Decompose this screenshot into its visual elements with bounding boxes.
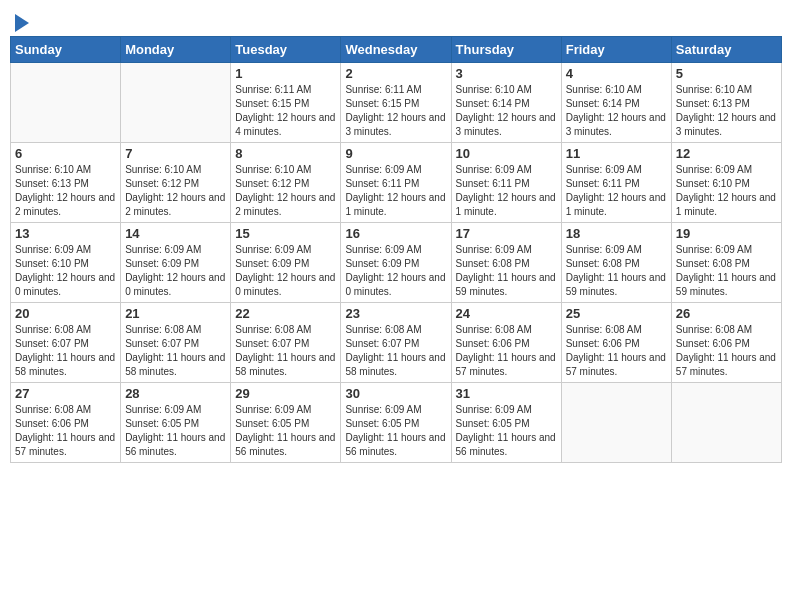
day-number: 7	[125, 146, 226, 161]
calendar-day-cell: 10Sunrise: 6:09 AM Sunset: 6:11 PM Dayli…	[451, 143, 561, 223]
calendar-day-cell: 27Sunrise: 6:08 AM Sunset: 6:06 PM Dayli…	[11, 383, 121, 463]
calendar-week-row: 27Sunrise: 6:08 AM Sunset: 6:06 PM Dayli…	[11, 383, 782, 463]
day-info: Sunrise: 6:08 AM Sunset: 6:06 PM Dayligh…	[456, 323, 557, 379]
day-info: Sunrise: 6:10 AM Sunset: 6:12 PM Dayligh…	[125, 163, 226, 219]
calendar-day-cell: 5Sunrise: 6:10 AM Sunset: 6:13 PM Daylig…	[671, 63, 781, 143]
day-number: 29	[235, 386, 336, 401]
day-info: Sunrise: 6:11 AM Sunset: 6:15 PM Dayligh…	[345, 83, 446, 139]
calendar-day-cell: 7Sunrise: 6:10 AM Sunset: 6:12 PM Daylig…	[121, 143, 231, 223]
day-info: Sunrise: 6:09 AM Sunset: 6:08 PM Dayligh…	[456, 243, 557, 299]
day-number: 12	[676, 146, 777, 161]
calendar-day-cell: 16Sunrise: 6:09 AM Sunset: 6:09 PM Dayli…	[341, 223, 451, 303]
day-of-week-header: Tuesday	[231, 37, 341, 63]
day-number: 10	[456, 146, 557, 161]
calendar-day-cell: 23Sunrise: 6:08 AM Sunset: 6:07 PM Dayli…	[341, 303, 451, 383]
calendar-day-cell: 29Sunrise: 6:09 AM Sunset: 6:05 PM Dayli…	[231, 383, 341, 463]
day-info: Sunrise: 6:08 AM Sunset: 6:06 PM Dayligh…	[15, 403, 116, 459]
calendar-day-cell: 17Sunrise: 6:09 AM Sunset: 6:08 PM Dayli…	[451, 223, 561, 303]
calendar-day-cell: 14Sunrise: 6:09 AM Sunset: 6:09 PM Dayli…	[121, 223, 231, 303]
day-info: Sunrise: 6:09 AM Sunset: 6:10 PM Dayligh…	[15, 243, 116, 299]
day-number: 28	[125, 386, 226, 401]
day-of-week-header: Monday	[121, 37, 231, 63]
calendar-day-cell: 31Sunrise: 6:09 AM Sunset: 6:05 PM Dayli…	[451, 383, 561, 463]
calendar-header-row: SundayMondayTuesdayWednesdayThursdayFrid…	[11, 37, 782, 63]
calendar-day-cell: 4Sunrise: 6:10 AM Sunset: 6:14 PM Daylig…	[561, 63, 671, 143]
day-number: 3	[456, 66, 557, 81]
calendar-day-cell: 15Sunrise: 6:09 AM Sunset: 6:09 PM Dayli…	[231, 223, 341, 303]
day-number: 20	[15, 306, 116, 321]
day-number: 2	[345, 66, 446, 81]
day-number: 16	[345, 226, 446, 241]
calendar-day-cell: 25Sunrise: 6:08 AM Sunset: 6:06 PM Dayli…	[561, 303, 671, 383]
calendar-table: SundayMondayTuesdayWednesdayThursdayFrid…	[10, 36, 782, 463]
calendar-day-cell: 24Sunrise: 6:08 AM Sunset: 6:06 PM Dayli…	[451, 303, 561, 383]
calendar-day-cell	[561, 383, 671, 463]
calendar-day-cell: 21Sunrise: 6:08 AM Sunset: 6:07 PM Dayli…	[121, 303, 231, 383]
day-number: 11	[566, 146, 667, 161]
day-number: 18	[566, 226, 667, 241]
day-info: Sunrise: 6:10 AM Sunset: 6:13 PM Dayligh…	[676, 83, 777, 139]
calendar-week-row: 6Sunrise: 6:10 AM Sunset: 6:13 PM Daylig…	[11, 143, 782, 223]
day-info: Sunrise: 6:09 AM Sunset: 6:05 PM Dayligh…	[235, 403, 336, 459]
day-number: 5	[676, 66, 777, 81]
day-info: Sunrise: 6:08 AM Sunset: 6:07 PM Dayligh…	[15, 323, 116, 379]
calendar-day-cell: 9Sunrise: 6:09 AM Sunset: 6:11 PM Daylig…	[341, 143, 451, 223]
day-info: Sunrise: 6:10 AM Sunset: 6:14 PM Dayligh…	[566, 83, 667, 139]
day-of-week-header: Saturday	[671, 37, 781, 63]
calendar-day-cell: 26Sunrise: 6:08 AM Sunset: 6:06 PM Dayli…	[671, 303, 781, 383]
day-of-week-header: Sunday	[11, 37, 121, 63]
calendar-day-cell: 2Sunrise: 6:11 AM Sunset: 6:15 PM Daylig…	[341, 63, 451, 143]
calendar-week-row: 20Sunrise: 6:08 AM Sunset: 6:07 PM Dayli…	[11, 303, 782, 383]
logo	[10, 10, 29, 28]
day-info: Sunrise: 6:10 AM Sunset: 6:14 PM Dayligh…	[456, 83, 557, 139]
day-number: 23	[345, 306, 446, 321]
day-info: Sunrise: 6:08 AM Sunset: 6:07 PM Dayligh…	[125, 323, 226, 379]
calendar-day-cell: 12Sunrise: 6:09 AM Sunset: 6:10 PM Dayli…	[671, 143, 781, 223]
day-info: Sunrise: 6:10 AM Sunset: 6:12 PM Dayligh…	[235, 163, 336, 219]
day-number: 9	[345, 146, 446, 161]
calendar-day-cell: 28Sunrise: 6:09 AM Sunset: 6:05 PM Dayli…	[121, 383, 231, 463]
day-of-week-header: Wednesday	[341, 37, 451, 63]
day-number: 26	[676, 306, 777, 321]
day-info: Sunrise: 6:10 AM Sunset: 6:13 PM Dayligh…	[15, 163, 116, 219]
day-number: 8	[235, 146, 336, 161]
day-number: 22	[235, 306, 336, 321]
day-of-week-header: Thursday	[451, 37, 561, 63]
day-info: Sunrise: 6:08 AM Sunset: 6:07 PM Dayligh…	[345, 323, 446, 379]
day-info: Sunrise: 6:09 AM Sunset: 6:10 PM Dayligh…	[676, 163, 777, 219]
calendar-day-cell: 3Sunrise: 6:10 AM Sunset: 6:14 PM Daylig…	[451, 63, 561, 143]
calendar-day-cell: 11Sunrise: 6:09 AM Sunset: 6:11 PM Dayli…	[561, 143, 671, 223]
day-info: Sunrise: 6:08 AM Sunset: 6:06 PM Dayligh…	[676, 323, 777, 379]
day-number: 19	[676, 226, 777, 241]
day-number: 30	[345, 386, 446, 401]
day-info: Sunrise: 6:11 AM Sunset: 6:15 PM Dayligh…	[235, 83, 336, 139]
calendar-day-cell: 8Sunrise: 6:10 AM Sunset: 6:12 PM Daylig…	[231, 143, 341, 223]
calendar-day-cell	[121, 63, 231, 143]
day-info: Sunrise: 6:09 AM Sunset: 6:08 PM Dayligh…	[566, 243, 667, 299]
calendar-week-row: 13Sunrise: 6:09 AM Sunset: 6:10 PM Dayli…	[11, 223, 782, 303]
day-number: 25	[566, 306, 667, 321]
day-info: Sunrise: 6:08 AM Sunset: 6:07 PM Dayligh…	[235, 323, 336, 379]
day-info: Sunrise: 6:09 AM Sunset: 6:09 PM Dayligh…	[345, 243, 446, 299]
day-info: Sunrise: 6:09 AM Sunset: 6:09 PM Dayligh…	[125, 243, 226, 299]
calendar-day-cell: 6Sunrise: 6:10 AM Sunset: 6:13 PM Daylig…	[11, 143, 121, 223]
calendar-day-cell: 30Sunrise: 6:09 AM Sunset: 6:05 PM Dayli…	[341, 383, 451, 463]
day-number: 1	[235, 66, 336, 81]
calendar-day-cell: 20Sunrise: 6:08 AM Sunset: 6:07 PM Dayli…	[11, 303, 121, 383]
day-number: 14	[125, 226, 226, 241]
day-number: 17	[456, 226, 557, 241]
day-info: Sunrise: 6:09 AM Sunset: 6:05 PM Dayligh…	[456, 403, 557, 459]
calendar-day-cell: 18Sunrise: 6:09 AM Sunset: 6:08 PM Dayli…	[561, 223, 671, 303]
calendar-day-cell	[671, 383, 781, 463]
day-number: 4	[566, 66, 667, 81]
calendar-day-cell: 22Sunrise: 6:08 AM Sunset: 6:07 PM Dayli…	[231, 303, 341, 383]
day-number: 21	[125, 306, 226, 321]
calendar-day-cell: 13Sunrise: 6:09 AM Sunset: 6:10 PM Dayli…	[11, 223, 121, 303]
day-info: Sunrise: 6:09 AM Sunset: 6:05 PM Dayligh…	[345, 403, 446, 459]
day-number: 6	[15, 146, 116, 161]
calendar-day-cell	[11, 63, 121, 143]
calendar-day-cell: 19Sunrise: 6:09 AM Sunset: 6:08 PM Dayli…	[671, 223, 781, 303]
day-number: 13	[15, 226, 116, 241]
day-of-week-header: Friday	[561, 37, 671, 63]
day-info: Sunrise: 6:09 AM Sunset: 6:09 PM Dayligh…	[235, 243, 336, 299]
